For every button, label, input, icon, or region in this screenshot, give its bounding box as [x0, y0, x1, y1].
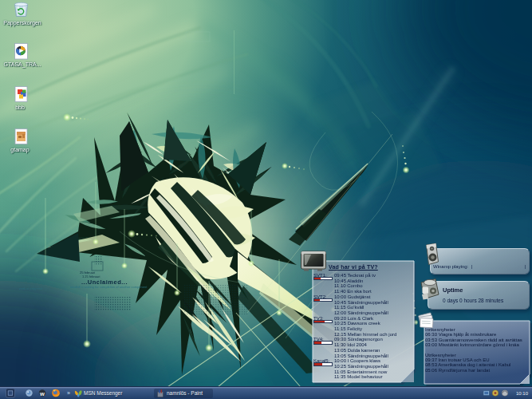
svg-text:work in progress: work in progress — [19, 286, 42, 290]
svg-text:»: » — [67, 390, 70, 396]
svg-text:roadkill is waiting for comple: roadkill is waiting for completion of an… — [70, 285, 148, 289]
svg-text:w: w — [39, 390, 45, 397]
svg-text:1 25 februari: 1 25 februari — [82, 275, 100, 279]
